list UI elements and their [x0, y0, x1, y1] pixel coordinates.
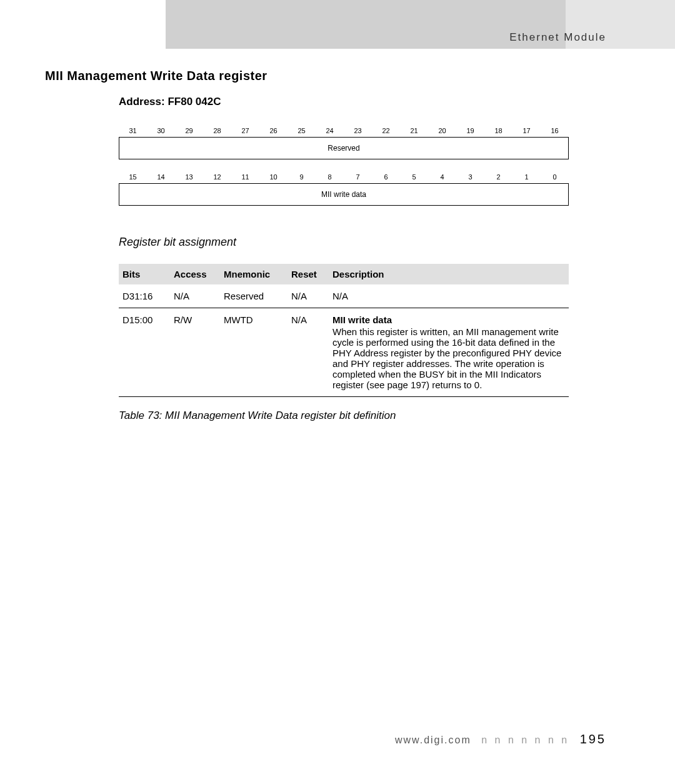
bit-number: 8 [316, 173, 344, 181]
bit-number: 12 [203, 173, 231, 181]
page-footer: www.digi.com n n n n n n n 195 [0, 732, 606, 746]
bit-box-mii-write-data: MII write data [119, 183, 569, 206]
bit-number: 5 [400, 173, 428, 181]
table-cell: MWTD [224, 308, 291, 397]
table-cell: R/W [174, 308, 224, 397]
table-caption: Table 73: MII Management Write Data regi… [119, 410, 606, 422]
table-cell: N/A [291, 308, 332, 397]
bit-number: 17 [512, 127, 541, 134]
footer-separator: n n n n n n n [481, 735, 569, 745]
bit-number: 18 [484, 127, 512, 134]
table-cell-description: MII write dataWhen this register is writ… [332, 308, 569, 397]
bit-number: 13 [175, 173, 203, 181]
table-cell: N/A [291, 284, 332, 308]
table-row: D15:00R/WMWTDN/AMII write dataWhen this … [119, 308, 569, 397]
header-section-label: Ethernet Module [509, 31, 606, 44]
bit-number: 25 [288, 127, 316, 134]
bit-number: 26 [259, 127, 288, 134]
bit-number: 22 [372, 127, 400, 134]
address-label: Address: FF80 042C [119, 96, 606, 108]
bit-box-reserved: Reserved [119, 137, 569, 159]
table-header-row: Bits Access Mnemonic Reset Description [119, 264, 569, 284]
bit-number: 23 [344, 127, 372, 134]
bit-number: 15 [119, 173, 147, 181]
table-cell: Reserved [224, 284, 291, 308]
page-content: MII Management Write Data register Addre… [45, 69, 606, 422]
description-body: When this register is written, an MII ma… [332, 326, 561, 390]
bit-number: 29 [175, 127, 203, 134]
bit-number: 1 [512, 173, 541, 181]
bit-number: 30 [147, 127, 175, 134]
th-bits: Bits [119, 264, 174, 284]
bit-number: 11 [231, 173, 259, 181]
header-tab [166, 0, 566, 49]
bit-number: 21 [400, 127, 428, 134]
bit-number: 0 [541, 173, 569, 181]
bit-number: 20 [428, 127, 456, 134]
bit-numbers-high: 31302928272625242322212019181716 [119, 127, 569, 134]
bit-number: 6 [372, 173, 400, 181]
page-title: MII Management Write Data register [45, 69, 606, 83]
register-table: Bits Access Mnemonic Reset Description D… [119, 264, 569, 397]
header-band: Ethernet Module [166, 0, 675, 49]
bit-number: 31 [119, 127, 147, 134]
table-cell: D15:00 [119, 308, 174, 397]
subheading: Register bit assignment [119, 236, 606, 249]
page-number: 195 [580, 732, 606, 746]
th-mnemonic: Mnemonic [224, 264, 291, 284]
description-title: MII write data [332, 314, 565, 325]
table-cell: N/A [174, 284, 224, 308]
bit-number: 7 [344, 173, 372, 181]
bit-number: 9 [288, 173, 316, 181]
bit-number: 10 [259, 173, 288, 181]
th-desc: Description [332, 264, 569, 284]
bit-number: 4 [428, 173, 456, 181]
bit-numbers-low: 1514131211109876543210 [119, 173, 569, 181]
table-row: D31:16N/AReservedN/AN/A [119, 284, 569, 308]
bit-number: 2 [484, 173, 512, 181]
bit-number: 16 [541, 127, 569, 134]
bit-number: 24 [316, 127, 344, 134]
bit-number: 28 [203, 127, 231, 134]
bit-diagram: 31302928272625242322212019181716 Reserve… [119, 127, 569, 206]
description-body: N/A [332, 291, 348, 301]
bit-number: 19 [456, 127, 484, 134]
bit-number: 14 [147, 173, 175, 181]
th-access: Access [174, 264, 224, 284]
footer-url: www.digi.com [395, 735, 471, 745]
th-reset: Reset [291, 264, 332, 284]
table-cell-description: N/A [332, 284, 569, 308]
table-cell: D31:16 [119, 284, 174, 308]
bit-number: 27 [231, 127, 259, 134]
bit-number: 3 [456, 173, 484, 181]
